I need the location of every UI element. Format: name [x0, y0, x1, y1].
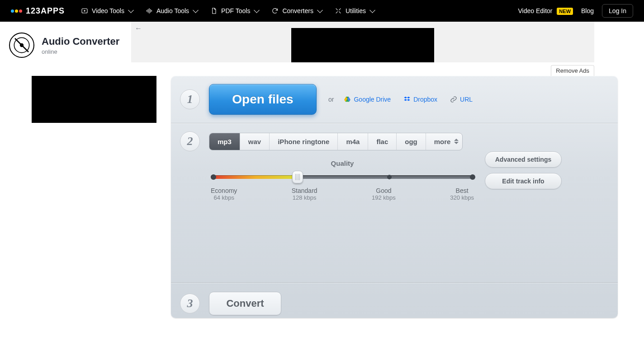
slider-thumb[interactable]	[292, 171, 303, 183]
step-badge-1: 1	[180, 89, 200, 109]
google-drive-link[interactable]: Google Drive	[344, 96, 391, 103]
side-ad-placeholder	[32, 76, 156, 123]
step-badge-3: 3	[180, 294, 200, 313]
nav-items: Video Tools Audio Tools PDF Tools Conver…	[81, 7, 374, 14]
audio-converter-logo-icon	[9, 33, 34, 58]
back-arrow-icon[interactable]: ←	[135, 24, 142, 33]
format-option-mp3[interactable]: mp3	[209, 133, 240, 150]
quality-slider-block: Quality Economy64 kbps Standard128 kbps …	[211, 159, 474, 201]
quality-level-rate: 320 kbps	[450, 194, 474, 201]
google-drive-icon	[344, 96, 351, 103]
nav-label: Converters	[282, 7, 313, 14]
chevron-down-icon	[369, 7, 375, 13]
nav-label: Video Tools	[92, 7, 124, 14]
top-ad-placeholder	[291, 28, 434, 62]
format-option-wav[interactable]: wav	[240, 133, 270, 150]
format-option-iphone[interactable]: iPhone ringtone	[270, 133, 338, 150]
or-text: or	[328, 96, 334, 103]
document-icon	[210, 7, 218, 14]
refresh-icon	[271, 7, 279, 14]
play-rect-icon	[81, 7, 88, 14]
new-badge: NEW	[557, 8, 573, 15]
quality-level-name: Good	[372, 187, 396, 194]
step-badge-2: 2	[180, 131, 200, 151]
app-brand: Audio Converter online	[0, 22, 131, 58]
right-nav: Video Editor NEW Blog Log In	[518, 4, 633, 18]
login-button[interactable]: Log In	[602, 4, 633, 18]
quality-level-rate: 128 kbps	[292, 194, 317, 201]
nav-label: Video Editor	[518, 7, 552, 14]
quality-labels: Economy64 kbps Standard128 kbps Good192 …	[211, 187, 474, 201]
top-ad-area: ←	[131, 22, 594, 62]
brand-dots-icon	[11, 9, 22, 13]
dropbox-icon	[403, 96, 411, 103]
link-label: URL	[460, 96, 473, 103]
url-link[interactable]: URL	[450, 96, 473, 103]
nav-video-editor[interactable]: Video Editor NEW	[518, 7, 573, 14]
nav-converters[interactable]: Converters	[271, 7, 322, 14]
convert-button[interactable]: Convert	[209, 292, 281, 315]
link-label: Dropbox	[413, 96, 437, 103]
format-option-ogg[interactable]: ogg	[397, 133, 426, 150]
quality-level-name: Best	[450, 187, 474, 194]
quality-level-rate: 192 kbps	[372, 194, 396, 201]
remove-ads-button[interactable]: Remove Ads	[551, 65, 594, 76]
page-title: Audio Converter	[42, 36, 119, 47]
nav-video-tools[interactable]: Video Tools	[81, 7, 133, 14]
page-subtitle: online	[42, 48, 119, 55]
format-option-flac[interactable]: flac	[368, 133, 397, 150]
quality-slider[interactable]	[211, 172, 474, 182]
nav-pdf-tools[interactable]: PDF Tools	[210, 7, 259, 14]
brand-logo[interactable]: 123APPS	[11, 6, 65, 16]
format-option-more[interactable]: more	[426, 133, 463, 150]
open-files-button[interactable]: Open files	[209, 84, 317, 115]
link-icon	[450, 96, 457, 103]
chevron-down-icon	[317, 7, 323, 13]
edit-track-info-button[interactable]: Edit track info	[485, 173, 562, 189]
quality-level-name: Economy	[211, 187, 237, 194]
chevron-down-icon	[193, 7, 199, 13]
tools-icon	[335, 7, 342, 14]
nav-label: Utilities	[346, 7, 366, 14]
chevron-down-icon	[254, 7, 260, 13]
dropbox-link[interactable]: Dropbox	[403, 96, 437, 103]
step-1-section: 1 Open files or Google Drive Dropbox	[171, 76, 618, 123]
format-segmented-control: mp3 wav iPhone ringtone m4a flac ogg mor…	[209, 133, 463, 150]
link-label: Google Drive	[354, 96, 391, 103]
sort-stepper-icon	[454, 139, 459, 144]
advanced-settings-button[interactable]: Advanced settings	[485, 151, 562, 168]
nav-label: Audio Tools	[156, 7, 189, 14]
side-ad-card	[26, 76, 162, 335]
quality-title: Quality	[211, 159, 474, 167]
step-2-section: 2 mp3 wav iPhone ringtone m4a flac ogg m…	[171, 123, 618, 282]
nav-utilities[interactable]: Utilities	[335, 7, 374, 14]
chevron-down-icon	[128, 7, 134, 13]
brand-text: 123APPS	[26, 6, 65, 16]
top-nav: 123APPS Video Tools Audio Tools PDF Tool…	[0, 0, 644, 22]
nav-label: PDF Tools	[221, 7, 250, 14]
step-3-section: 3 Convert	[171, 282, 618, 318]
nav-blog[interactable]: Blog	[581, 7, 594, 14]
quality-level-rate: 64 kbps	[211, 194, 237, 201]
format-option-m4a[interactable]: m4a	[338, 133, 368, 150]
more-label: more	[434, 138, 451, 145]
audio-bars-icon	[146, 7, 153, 14]
quality-level-name: Standard	[292, 187, 317, 194]
nav-audio-tools[interactable]: Audio Tools	[146, 7, 198, 14]
converter-panel: 1 Open files or Google Drive Dropbox	[171, 76, 618, 318]
